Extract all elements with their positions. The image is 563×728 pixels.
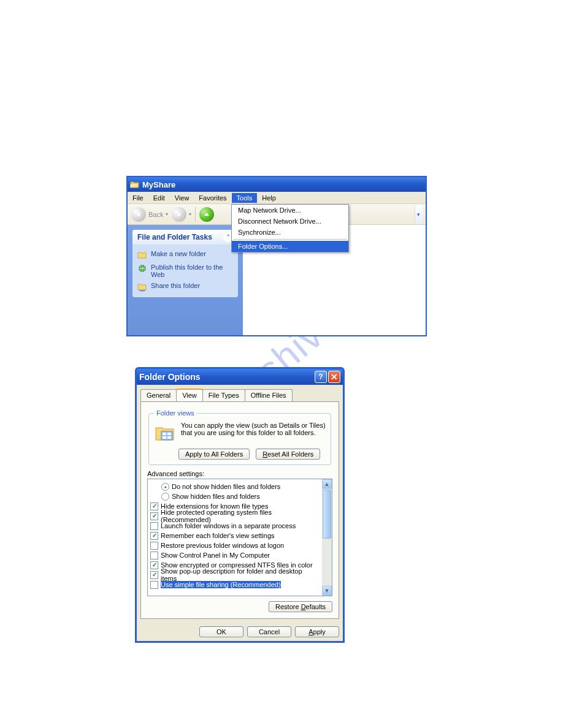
tools-dropdown: Map Network Drive... Disconnect Network …: [231, 204, 349, 252]
arrow-left-icon: [131, 207, 146, 222]
dialog-tabstrip: General View File Types Offline Files: [137, 385, 343, 401]
advanced-item-label: Remember each folder's view settings: [161, 532, 275, 539]
chevron-down-icon: ▾: [189, 211, 191, 217]
scrollbar[interactable]: ▲ ▼: [322, 479, 332, 596]
tab-offline-files[interactable]: Offline Files: [245, 389, 293, 402]
new-folder-icon: [137, 250, 147, 260]
chevron-down-icon: ▾: [166, 211, 168, 217]
advanced-item-label: Launch folder windows in a separate proc…: [161, 522, 296, 529]
close-icon: ✕: [331, 372, 338, 382]
menu-item-folder-options[interactable]: Folder Options...: [232, 241, 348, 252]
advanced-item[interactable]: Hide protected operating system files (R…: [149, 511, 321, 521]
menu-file[interactable]: File: [128, 193, 148, 203]
apply-button[interactable]: Apply: [295, 626, 339, 637]
scroll-down-icon[interactable]: ▼: [322, 586, 332, 596]
folder-open-icon: [130, 180, 140, 189]
arrow-right-icon: [172, 207, 186, 222]
task-label: Share this folder: [151, 282, 200, 289]
radio-icon[interactable]: [161, 493, 169, 501]
explorer-menubar: File Edit View Favorites Tools Help: [128, 192, 426, 204]
svg-rect-2: [163, 433, 166, 435]
address-dropdown-icon[interactable]: ▾: [415, 205, 422, 224]
reset-all-folders-button[interactable]: Reset All Folders: [256, 449, 320, 460]
menu-item-disconnect-network-drive[interactable]: Disconnect Network Drive...: [232, 216, 348, 227]
advanced-item-label: Show pop-up description for folder and d…: [161, 567, 320, 582]
checkbox-icon[interactable]: [150, 512, 158, 520]
help-button[interactable]: ?: [315, 371, 327, 383]
advanced-item[interactable]: Restore previous folder windows at logon: [149, 540, 321, 550]
cancel-button[interactable]: Cancel: [247, 626, 291, 637]
checkbox-icon[interactable]: [150, 561, 158, 569]
tab-file-types[interactable]: File Types: [202, 389, 245, 402]
checkbox-icon[interactable]: [150, 581, 158, 589]
menu-tools[interactable]: Tools: [232, 193, 258, 203]
explorer-window: MyShare File Edit View Favorites Tools H…: [126, 176, 427, 336]
checkbox-icon[interactable]: [150, 502, 158, 510]
svg-rect-5: [167, 436, 171, 439]
advanced-item[interactable]: Remember each folder's view settings: [149, 531, 321, 540]
tasks-body: Make a new folder Publish this folder to…: [132, 245, 238, 297]
svg-rect-3: [167, 433, 171, 435]
tasks-box: File and Folder Tasks ˄ Make a new folde…: [132, 230, 238, 297]
advanced-item-label: Do not show hidden files and folders: [172, 483, 280, 490]
back-label: Back: [148, 211, 163, 218]
advanced-item[interactable]: Show hidden files and folders: [149, 491, 321, 501]
tab-page-view: Folder views You can apply the view (suc…: [140, 401, 339, 619]
radio-icon[interactable]: [161, 483, 169, 491]
menu-view[interactable]: View: [170, 193, 194, 203]
folder-options-dialog: Folder Options ? ✕ General View File Typ…: [135, 367, 345, 643]
advanced-item-label: Hide protected operating system files (R…: [161, 509, 320, 523]
tab-general[interactable]: General: [140, 389, 177, 402]
folder-views-text: You can apply the view (such as Details …: [181, 422, 326, 436]
close-button[interactable]: ✕: [328, 371, 340, 383]
scroll-thumb[interactable]: [323, 490, 331, 539]
folder-views-group: Folder views You can apply the view (suc…: [148, 409, 331, 465]
apply-to-all-folders-button[interactable]: Apply to All Folders: [178, 449, 250, 460]
advanced-item-label: Use simple file sharing (Recommended): [161, 581, 281, 588]
tab-view[interactable]: View: [176, 389, 203, 401]
folder-views-icon: [154, 422, 176, 444]
advanced-item[interactable]: Launch folder windows in a separate proc…: [149, 521, 321, 531]
explorer-title: MyShare: [142, 180, 175, 189]
up-button[interactable]: [199, 207, 214, 222]
menu-separator: [233, 239, 347, 240]
menu-item-map-network-drive[interactable]: Map Network Drive...: [232, 205, 348, 216]
menu-help[interactable]: Help: [257, 193, 281, 203]
tasks-header-label: File and Folder Tasks: [137, 233, 212, 241]
folder-views-legend: Folder views: [154, 409, 197, 417]
checkbox-icon[interactable]: [150, 552, 158, 559]
ok-button[interactable]: OK: [199, 626, 243, 637]
forward-button[interactable]: ▾: [172, 207, 191, 222]
scroll-up-icon[interactable]: ▲: [322, 479, 332, 489]
advanced-item[interactable]: Do not show hidden files and folders: [149, 482, 321, 491]
task-share-folder[interactable]: Share this folder: [137, 280, 233, 294]
globe-icon: [137, 264, 147, 273]
dialog-title: Folder Options: [139, 372, 201, 382]
advanced-settings-list[interactable]: Do not show hidden files and foldersShow…: [147, 479, 332, 596]
advanced-item[interactable]: Show pop-up description for folder and d…: [149, 570, 321, 580]
checkbox-icon[interactable]: [150, 542, 158, 550]
restore-defaults-button[interactable]: Restore Defaults: [269, 601, 332, 612]
task-publish-to-web[interactable]: Publish this folder to the Web: [137, 262, 233, 280]
checkbox-icon[interactable]: [150, 532, 158, 540]
advanced-settings-label: Advanced settings:: [147, 470, 332, 477]
advanced-item-label: Show hidden files and folders: [172, 493, 260, 500]
checkbox-icon[interactable]: [150, 522, 158, 530]
task-make-new-folder[interactable]: Make a new folder: [137, 248, 233, 262]
help-icon: ?: [318, 373, 323, 381]
menu-favorites[interactable]: Favorites: [194, 193, 231, 203]
task-label: Make a new folder: [151, 250, 206, 257]
explorer-titlebar[interactable]: MyShare: [128, 177, 426, 192]
menu-item-synchronize[interactable]: Synchronize...: [232, 227, 348, 238]
svg-rect-4: [163, 436, 166, 439]
dialog-titlebar[interactable]: Folder Options ? ✕: [137, 369, 343, 385]
dialog-footer: OK Cancel Apply: [137, 623, 343, 641]
menu-edit[interactable]: Edit: [148, 193, 170, 203]
arrow-up-icon: [199, 207, 214, 222]
checkbox-icon[interactable]: [150, 571, 158, 579]
tasks-header[interactable]: File and Folder Tasks ˄: [132, 230, 238, 245]
advanced-item-label: Restore previous folder windows at logon: [161, 542, 284, 549]
advanced-item-label: Show Control Panel in My Computer: [161, 552, 270, 559]
advanced-item[interactable]: Show Control Panel in My Computer: [149, 550, 321, 560]
back-button[interactable]: Back ▾: [131, 207, 168, 222]
